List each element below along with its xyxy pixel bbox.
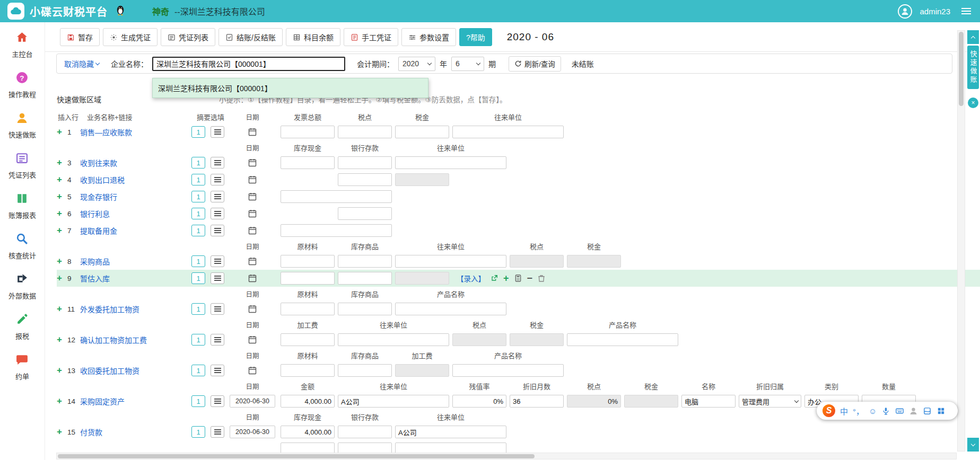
menu-icon[interactable] bbox=[960, 6, 973, 16]
add-icon[interactable]: + bbox=[503, 273, 509, 283]
quick-account-float-widget[interactable]: 快速做账 bbox=[967, 46, 979, 89]
count-box[interactable]: 1 bbox=[191, 303, 205, 315]
scroll-up-button[interactable] bbox=[967, 30, 979, 44]
chinese-mode-icon[interactable]: 中 bbox=[840, 405, 848, 417]
field-input[interactable] bbox=[395, 303, 506, 315]
sidebar-item-6[interactable]: 外部数据 bbox=[8, 272, 36, 300]
summary-button[interactable] bbox=[211, 426, 224, 438]
horizontal-scrollbar-thumb[interactable] bbox=[58, 454, 535, 458]
calendar-icon[interactable] bbox=[248, 257, 257, 266]
insert-row-icon[interactable]: + bbox=[57, 208, 67, 219]
field-input[interactable] bbox=[338, 303, 392, 315]
insert-row-icon[interactable]: + bbox=[57, 256, 67, 267]
business-link[interactable]: 外发委托加工物资 bbox=[80, 304, 191, 314]
cancel-hide-link[interactable]: 取消隐藏 bbox=[64, 58, 99, 69]
summary-button[interactable] bbox=[211, 208, 224, 219]
handwriting-icon[interactable] bbox=[909, 406, 918, 415]
field-input[interactable]: 36 bbox=[510, 395, 564, 408]
toolbar-button-4[interactable]: 科目余额 bbox=[286, 28, 340, 46]
sidebar-item-8[interactable]: 约单 bbox=[15, 353, 29, 381]
user-avatar-icon[interactable] bbox=[898, 4, 912, 19]
summary-button[interactable] bbox=[211, 272, 224, 284]
toolbar-button-5[interactable]: 手工凭证 bbox=[344, 28, 398, 46]
summary-button[interactable] bbox=[211, 334, 224, 346]
field-input[interactable] bbox=[281, 333, 335, 346]
field-input[interactable]: A公司 bbox=[395, 426, 506, 438]
field-input[interactable] bbox=[452, 126, 564, 138]
business-link[interactable]: 收到往来款 bbox=[80, 157, 191, 168]
calendar-icon[interactable] bbox=[248, 128, 257, 136]
count-box[interactable]: 1 bbox=[191, 126, 205, 138]
toolbar-button-6[interactable]: 参数设置 bbox=[401, 28, 456, 46]
skin-icon[interactable] bbox=[923, 406, 932, 415]
business-link[interactable]: 付货款 bbox=[80, 427, 191, 437]
business-link[interactable]: 收回委托加工物资 bbox=[80, 365, 191, 376]
toolbar-button-1[interactable]: 生成凭证 bbox=[103, 28, 158, 46]
export-icon[interactable] bbox=[490, 274, 498, 282]
count-box[interactable]: 1 bbox=[191, 225, 205, 236]
toolbar-button-2[interactable]: 凭证列表 bbox=[161, 28, 215, 46]
insert-row-icon[interactable]: + bbox=[57, 273, 67, 284]
trash-icon[interactable] bbox=[537, 274, 546, 282]
count-box[interactable]: 1 bbox=[191, 334, 205, 346]
field-input[interactable] bbox=[338, 207, 392, 220]
microphone-icon[interactable] bbox=[881, 406, 890, 415]
float-widget-close-icon[interactable]: × bbox=[968, 98, 978, 108]
count-box[interactable]: 1 bbox=[191, 208, 205, 219]
calculator-icon[interactable] bbox=[514, 274, 522, 282]
sidebar-item-7[interactable]: 报税 bbox=[15, 313, 29, 341]
business-link[interactable]: 采购固定资产 bbox=[80, 396, 191, 406]
count-box[interactable]: 1 bbox=[191, 395, 205, 407]
insert-row-icon[interactable]: + bbox=[57, 396, 67, 406]
calendar-icon[interactable] bbox=[248, 226, 257, 235]
vertical-scrollbar[interactable] bbox=[957, 30, 965, 452]
field-input[interactable] bbox=[281, 190, 392, 203]
horizontal-scrollbar[interactable] bbox=[56, 453, 957, 459]
category-select[interactable]: 管理费用 bbox=[739, 395, 801, 408]
count-box[interactable]: 1 bbox=[191, 272, 205, 284]
calendar-icon[interactable] bbox=[248, 209, 257, 218]
field-input[interactable] bbox=[281, 303, 335, 315]
business-link[interactable]: 银行利息 bbox=[80, 208, 191, 219]
date-input[interactable]: 2020-06-30 bbox=[230, 395, 275, 408]
summary-button[interactable] bbox=[211, 174, 224, 185]
field-input[interactable] bbox=[281, 272, 335, 285]
field-input[interactable]: A公司 bbox=[338, 395, 449, 408]
calendar-icon[interactable] bbox=[248, 366, 257, 375]
insert-row-icon[interactable]: + bbox=[57, 157, 67, 168]
field-input[interactable]: 4,000.00 bbox=[281, 426, 335, 438]
insert-row-icon[interactable]: + bbox=[57, 427, 67, 437]
summary-button[interactable] bbox=[211, 365, 224, 376]
insert-row-icon[interactable]: + bbox=[57, 174, 67, 185]
field-input[interactable] bbox=[395, 126, 449, 138]
business-link[interactable]: 提取备用金 bbox=[80, 225, 191, 236]
field-input[interactable] bbox=[338, 364, 392, 377]
refresh-query-button[interactable]: 刷新/查询 bbox=[509, 56, 561, 72]
remove-icon[interactable]: − bbox=[527, 273, 533, 283]
toolbar-button-3[interactable]: 结账/反结账 bbox=[218, 28, 283, 46]
field-input[interactable] bbox=[338, 272, 392, 285]
insert-row-icon[interactable]: + bbox=[57, 365, 67, 376]
entry-link[interactable]: 【录入】 bbox=[457, 273, 485, 284]
summary-button[interactable] bbox=[211, 191, 224, 202]
summary-button[interactable] bbox=[211, 395, 224, 407]
calendar-icon[interactable] bbox=[248, 192, 257, 201]
field-input[interactable] bbox=[281, 126, 335, 138]
field-input[interactable] bbox=[281, 224, 392, 237]
month-select[interactable]: 6 bbox=[451, 57, 484, 71]
date-input[interactable]: 2020-06-30 bbox=[230, 426, 275, 438]
punctuation-icon[interactable]: °， bbox=[853, 405, 864, 417]
summary-button[interactable] bbox=[211, 126, 224, 138]
autocomplete-item[interactable]: 深圳兰芝科技有限公司【000001】 bbox=[153, 78, 428, 98]
count-box[interactable]: 1 bbox=[191, 191, 205, 202]
field-input[interactable] bbox=[395, 255, 506, 268]
insert-row-icon[interactable]: + bbox=[57, 334, 67, 345]
sidebar-item-0[interactable]: 主控台 bbox=[12, 31, 32, 59]
business-link[interactable]: 收到出口退税 bbox=[80, 174, 191, 185]
emoji-icon[interactable]: ☺ bbox=[869, 406, 877, 415]
sidebar-item-4[interactable]: 账簿报表 bbox=[8, 192, 36, 220]
count-box[interactable]: 1 bbox=[191, 255, 205, 267]
count-box[interactable]: 1 bbox=[191, 174, 205, 185]
business-link[interactable]: 确认加工物资加工费 bbox=[80, 334, 191, 345]
calendar-icon[interactable] bbox=[248, 335, 257, 344]
